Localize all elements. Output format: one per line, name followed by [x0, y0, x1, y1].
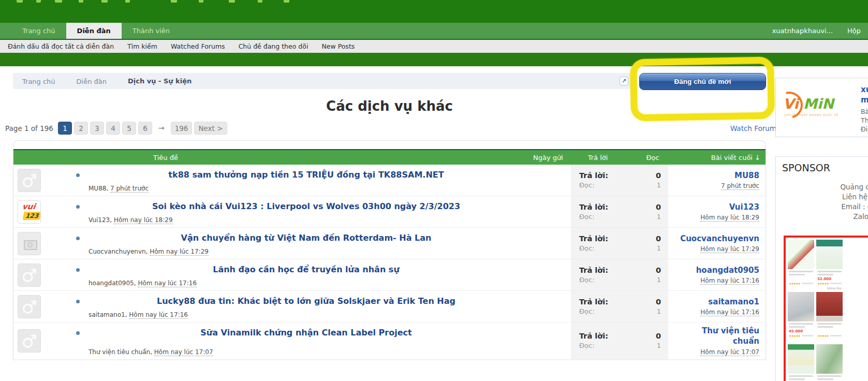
thread-meta: CuocvanchuyenvnHôm nay lúc 17:29	[89, 248, 571, 255]
thread-time-link[interactable]: Hôm nay lúc 17:29	[150, 248, 209, 256]
pagination-row: Page 1 of 196 123456 → 196 Next > Watch …	[13, 122, 766, 135]
breadcrumb: Trang chủDiễn đàn Dịch vụ - Sự kiện ↗	[13, 73, 634, 89]
thread-list: tk88 sam thưởng nạp tiền 15 TRIỆU đồng t…	[13, 165, 766, 360]
nav-tab[interactable]: Trang chủ	[11, 23, 66, 39]
ad-product-tile: 32.000 ★★★★★ Đồng Nai	[816, 240, 843, 290]
column-header-date[interactable]: Ngày gửi	[525, 154, 571, 162]
last-post-user-link[interactable]: Vui123	[729, 202, 759, 212]
last-post-time-link[interactable]: Hôm nay lúc 17:29	[700, 245, 759, 253]
next-page-button[interactable]: Next >	[194, 122, 227, 135]
ad-price: 32.000	[817, 277, 842, 281]
thread-author-link[interactable]: saitamano1	[89, 311, 129, 318]
ad-location	[789, 286, 813, 290]
ad-price: 45.000	[789, 329, 813, 333]
thread-title-link[interactable]: Vận chuyển hàng từ Việt Nam đến Rotterda…	[181, 233, 432, 243]
nav-tab[interactable]: Diễn đàn	[66, 23, 122, 39]
external-link-icon[interactable]: ↗	[620, 77, 628, 85]
ad-text-placeholder	[817, 378, 833, 380]
breadcrumb-row: Trang chủDiễn đàn Dịch vụ - Sự kiện ↗ Đă…	[13, 73, 766, 90]
replies-count: 0	[656, 235, 661, 243]
column-header-lastpost[interactable]: Bài viết cuối ↓	[681, 154, 766, 162]
watch-forum-link[interactable]: Watch Forum	[730, 124, 776, 133]
site-logo-remnant	[79, 0, 83, 3]
inbox-link[interactable]: Hộp	[840, 27, 868, 35]
thread-author-link[interactable]: Cuocvanchuyenvn	[89, 248, 150, 255]
subnav-item[interactable]: Watched Forums	[164, 42, 232, 50]
breadcrumb-links: Trang chủDiễn đàn	[22, 76, 128, 86]
last-post-user-link[interactable]: Cuocvanchuyenvn	[680, 233, 759, 244]
column-header-title[interactable]: Tiêu đề	[13, 154, 525, 162]
sponsor-ad-image[interactable]: ★★★★★ 32.000 ★★★★★ Đồng Nai	[784, 236, 868, 381]
member-info: xua min Bài viThíchĐiểm	[847, 83, 868, 131]
ad-product-tile: 150.000 ★★★★★	[816, 344, 843, 381]
page-button[interactable]: 4	[106, 122, 120, 135]
thread-time-link[interactable]: Hôm nay lúc 17:16	[129, 311, 188, 319]
account-area: xuatnhapkhauvi... Hộp	[765, 23, 868, 39]
last-post-time-link[interactable]: Hôm nay lúc 17:07	[700, 348, 759, 356]
avatar[interactable]	[18, 232, 41, 255]
pagination-label: Page 1 of 196	[5, 124, 53, 133]
subnav-item[interactable]: New Posts	[315, 42, 361, 50]
vimini-logo[interactable]: Vi MiN CHUYỂN PHÁT NHANH QUỐC TẾ	[783, 83, 847, 132]
last-post-time-link[interactable]: Hôm nay lúc 17:16	[700, 309, 759, 316]
ad-rating-row: ★★★★★	[817, 334, 842, 338]
member-name-link[interactable]: xua min	[861, 84, 868, 105]
page-button[interactable]: 5	[122, 122, 136, 135]
ad-text-placeholder	[789, 375, 813, 377]
thread-main-cell: Soi kèo nhà cái Vui123 : Liverpool vs Wo…	[41, 196, 571, 227]
breadcrumb-item[interactable]: Diễn đàn	[77, 78, 107, 85]
last-page-button[interactable]: 196	[171, 122, 193, 135]
last-post-time-link[interactable]: 7 phút trước	[721, 182, 759, 190]
thread-time-link[interactable]: Hôm nay lúc 18:29	[114, 216, 173, 224]
last-post-cell: Cuocvanchuyenvn Hôm nay lúc 17:29	[668, 228, 766, 259]
column-header-replies[interactable]: Trả lời	[571, 154, 624, 162]
thread-time-link[interactable]: Hôm nay lúc 17:07	[154, 348, 213, 356]
site-header	[0, 0, 868, 23]
last-post-user-link[interactable]: saitamano1	[708, 297, 759, 307]
avatar[interactable]	[18, 295, 41, 318]
page-button[interactable]: 2	[74, 122, 88, 135]
page-button[interactable]: 6	[138, 122, 152, 135]
thread-time-link[interactable]: Hôm nay lúc 17:16	[138, 280, 197, 287]
views-label: Đọc:	[579, 342, 595, 349]
last-post-user-link[interactable]: hoangdat0905	[696, 265, 759, 275]
thread-title-link[interactable]: tk88 sam thưởng nạp tiền 15 TRIỆU đồng t…	[168, 170, 444, 180]
subnav-item[interactable]: Chủ đề đang theo dõi	[232, 42, 315, 50]
thread-stats-cell: Trả lời: 0 Đọc: 1	[571, 196, 668, 227]
avatar[interactable]	[18, 329, 41, 353]
ad-text-placeholder	[789, 274, 805, 275]
thread-stats-cell: Trả lời: 0 Đọc: 1	[571, 165, 668, 196]
subnav-item[interactable]: Tìm kiếm	[121, 42, 164, 50]
thread-title-link[interactable]: Sữa Vinamilk chứng nhận Clean Label Proj…	[200, 328, 411, 338]
thread-title-link[interactable]: Soi kèo nhà cái Vui123 : Liverpool vs Wo…	[152, 201, 460, 211]
thread-meta: Thư viện tiêu chuẩnHôm nay lúc 17:07	[89, 348, 571, 356]
divider-strip	[0, 53, 868, 66]
user-menu[interactable]: xuatnhapkhauvi...	[765, 27, 840, 35]
last-post-time-link[interactable]: Hôm nay lúc 17:16	[700, 277, 759, 285]
site-logo-remnant	[258, 0, 262, 3]
page-button[interactable]: 3	[90, 122, 104, 135]
nav-tab[interactable]: Thành viên	[122, 23, 181, 39]
thread-author-link[interactable]: Thư viện tiêu chuẩn	[89, 348, 154, 356]
thread-title-link[interactable]: Lãnh đạo cần học để truyền lửa nhân sự	[213, 265, 400, 274]
breadcrumb-item[interactable]: Trang chủ	[22, 78, 55, 85]
thread-author-link[interactable]: hoangdat0905	[89, 280, 138, 287]
thread-time-link[interactable]: 7 phút trước	[110, 185, 149, 193]
avatar[interactable]	[18, 200, 41, 224]
subnav-item[interactable]: Đánh dấu đã đọc tất cả diễn đàn	[1, 42, 121, 50]
thread-title-link[interactable]: Lucky88 đưa tin: Khác biệt to lớn giữa S…	[157, 296, 455, 306]
page-button[interactable]: 1	[58, 122, 72, 135]
thread-author-link[interactable]: MU88	[89, 185, 110, 192]
last-post-time-link[interactable]: Hôm nay lúc 18:29	[700, 214, 759, 222]
avatar[interactable]	[18, 263, 41, 287]
thread-stats-cell: Trả lời: 0 Đọc: 1	[571, 259, 668, 290]
thread-author-link[interactable]: Vui123	[89, 216, 114, 224]
new-thread-button[interactable]: Đăng chủ đề mới	[639, 73, 766, 90]
avatar[interactable]	[18, 169, 41, 192]
unread-dot	[76, 237, 80, 240]
sponsor-line: Email : qcaovn1@	[782, 202, 868, 212]
last-post-user-link[interactable]: MU88	[734, 170, 759, 181]
column-header-views[interactable]: Đọc	[624, 154, 681, 162]
views-count: 1	[657, 181, 661, 189]
last-post-user-link[interactable]: Thư viện tiêu chuẩn	[702, 326, 759, 347]
